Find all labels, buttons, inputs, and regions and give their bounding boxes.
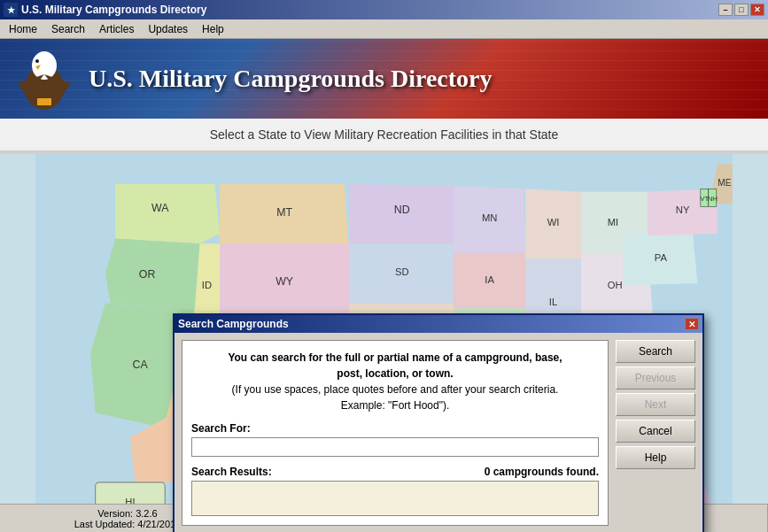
menubar: Home Search Articles Updates Help <box>0 19 768 39</box>
dialog-overlay: Search Campgrounds ✕ You can search for … <box>0 119 768 532</box>
banner-title: U.S. Military Campgrounds Directory <box>89 65 493 93</box>
menu-articles[interactable]: Articles <box>92 21 141 37</box>
help-button[interactable]: Help <box>616 446 695 469</box>
minimize-button[interactable]: – <box>718 4 733 16</box>
next-button[interactable]: Next <box>616 393 695 416</box>
dialog-content: You can search for the full or partial n… <box>182 340 609 526</box>
menu-help[interactable]: Help <box>195 21 231 37</box>
dialog-close-button[interactable]: ✕ <box>685 318 699 330</box>
content-area: Select a State to View Military Recreati… <box>0 119 768 532</box>
menu-search[interactable]: Search <box>44 21 92 37</box>
search-for-label: Search For: <box>191 422 599 435</box>
svg-text:★: ★ <box>7 5 16 15</box>
results-label: Search Results: <box>191 466 272 478</box>
dialog-info-text: You can search for the full or partial n… <box>191 350 599 413</box>
dialog-buttons: Search Previous Next Cancel Help <box>616 340 695 526</box>
svg-rect-9 <box>37 98 51 105</box>
dialog-info-line1: You can search for the full or partial n… <box>228 351 562 364</box>
title-bar: ★ U.S. Military Campgrounds Directory – … <box>0 0 768 19</box>
results-row: Search Results: 0 campgrounds found. <box>191 466 599 478</box>
cancel-button[interactable]: Cancel <box>616 420 695 443</box>
app-window: ★ U.S. Military Campgrounds Directory – … <box>0 0 768 532</box>
dialog-info-note: (If you use spaces, place quotes before … <box>232 383 559 396</box>
menu-home[interactable]: Home <box>2 21 44 37</box>
dialog-info-line2: post, location, or town. <box>337 367 453 380</box>
dialog-title: Search Campgrounds <box>178 318 289 330</box>
menu-updates[interactable]: Updates <box>141 21 195 37</box>
search-input[interactable] <box>191 437 599 457</box>
titlebar-left: ★ U.S. Military Campgrounds Directory <box>4 3 206 17</box>
app-icon: ★ <box>4 3 18 17</box>
eagle-icon <box>9 43 80 114</box>
results-count: 0 campgrounds found. <box>485 466 599 478</box>
results-listbox[interactable] <box>191 481 599 516</box>
search-dialog: Search Campgrounds ✕ You can search for … <box>173 313 704 532</box>
close-window-button[interactable]: ✕ <box>750 4 764 16</box>
dialog-info-example: Example: "Fort Hood"). <box>341 399 450 412</box>
window-title: U.S. Military Campgrounds Directory <box>21 4 206 16</box>
search-button[interactable]: Search <box>616 340 695 363</box>
titlebar-controls: – □ ✕ <box>718 4 764 16</box>
dialog-titlebar: Search Campgrounds ✕ <box>175 315 702 333</box>
dialog-body: You can search for the full or partial n… <box>175 333 702 532</box>
svg-point-5 <box>35 59 39 63</box>
maximize-button[interactable]: □ <box>734 4 749 16</box>
previous-button[interactable]: Previous <box>616 366 695 389</box>
header-banner: U.S. Military Campgrounds Directory <box>0 39 768 119</box>
